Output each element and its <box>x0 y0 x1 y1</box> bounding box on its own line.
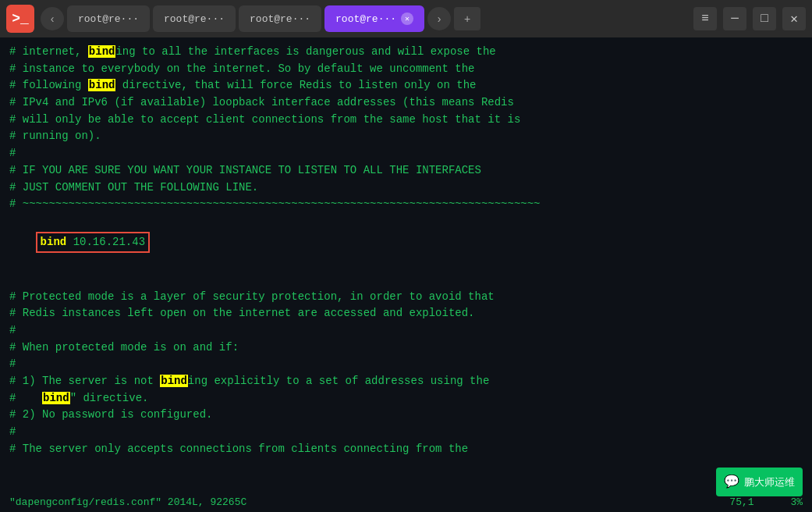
tab-1-label: root@re··· <box>78 13 139 25</box>
tab-3[interactable]: root@re··· <box>239 5 321 32</box>
titlebar: >_ ‹ root@re··· root@re··· root@re··· ro… <box>0 0 812 37</box>
watermark-text: 鹏大师运维 <box>744 475 795 490</box>
line-10: # ~~~~~~~~~~~~~~~~~~~~~~~~~~~~~~~~~~~~~~… <box>9 196 803 213</box>
blank-line-1 <box>9 272 803 289</box>
line-1: # internet, binding to all the interface… <box>9 44 803 61</box>
line-18: # 2) No password is configured. <box>9 407 803 424</box>
bind-box: bind 10.16.21.43 <box>36 232 150 254</box>
wechat-icon: 💬 <box>724 472 739 492</box>
line-9: # JUST COMMENT OUT THE FOLLOWING LINE. <box>9 180 803 197</box>
line-12: # Redis instances left open on the inter… <box>9 305 803 322</box>
bind-highlight-4: bind <box>42 392 70 404</box>
tab-close-icon[interactable]: ✕ <box>401 12 413 25</box>
bind-highlight-1: bind <box>88 45 116 58</box>
watermark: 💬 鹏大师运维 <box>716 468 803 496</box>
line-5: # will only be able to accept client con… <box>9 112 803 129</box>
line-3: # following bind directive, that will fo… <box>9 77 803 94</box>
line-6: # running on). <box>9 128 803 145</box>
minimize-button[interactable]: ─ <box>723 7 746 30</box>
app-icon: >_ <box>6 5 34 33</box>
line-11: # Protected mode is a layer of security … <box>9 289 803 306</box>
status-bar: "dapengconfig/redis.conf" 2014L, 92265C … <box>0 493 812 512</box>
tab-2[interactable]: root@re··· <box>153 5 236 32</box>
line-15: # <box>9 356 803 373</box>
bind-line: bind 10.16.21.43 <box>9 213 803 272</box>
tab-4[interactable]: root@re··· ✕ <box>324 5 424 32</box>
tab-4-label: root@re··· <box>335 13 396 25</box>
window-controls: ≡ ─ □ ✕ <box>693 7 806 30</box>
line-8: # IF YOU ARE SURE YOU WANT YOUR INSTANCE… <box>9 162 803 180</box>
line-4: # IPv4 and IPv6 (if available) loopback … <box>9 94 803 112</box>
bind-highlight-3: bind <box>160 375 188 387</box>
line-14: # When protected mode is on and if: <box>9 340 803 357</box>
nav-back-button[interactable]: ‹ <box>41 7 64 30</box>
ip-address: 10.16.21.43 <box>73 236 145 248</box>
terminal-content: # internet, binding to all the interface… <box>0 37 812 512</box>
line-2: # instance to everybody on the internet.… <box>9 61 803 78</box>
menu-button[interactable]: ≡ <box>693 7 717 30</box>
status-file-info: "dapengconfig/redis.conf" 2014L, 92265C <box>9 495 246 510</box>
bind-keyword: bind <box>41 236 67 248</box>
line-17: # bind" directive. <box>9 390 803 407</box>
tab-2-label: root@re··· <box>164 13 225 25</box>
line-20: # The server only accepts connections fr… <box>9 441 803 458</box>
line-7: # <box>9 145 803 162</box>
nav-forward-button[interactable]: › <box>427 7 451 30</box>
tab-3-label: root@re··· <box>250 13 310 25</box>
close-button[interactable]: ✕ <box>782 7 806 30</box>
line-16: # 1) The server is not binding explicitl… <box>9 373 803 390</box>
add-tab-button[interactable]: + <box>454 7 480 30</box>
line-13: # <box>9 322 803 340</box>
bind-highlight-2: bind <box>88 79 116 91</box>
tab-1[interactable]: root@re··· <box>67 5 150 32</box>
line-19: # <box>9 424 803 441</box>
status-position: 75,1 3% <box>729 495 803 510</box>
maximize-button[interactable]: □ <box>753 7 776 30</box>
